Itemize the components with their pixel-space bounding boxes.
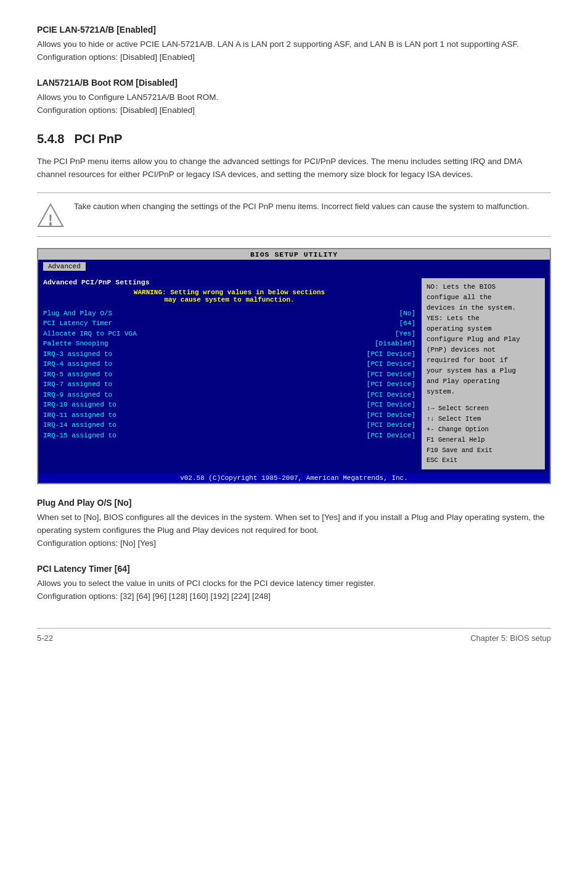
bios-row: IRQ-4 assigned to[PCI Device] bbox=[43, 359, 415, 369]
intro-text: The PCI PnP menu items allow you to chan… bbox=[37, 155, 551, 181]
bios-row: IRQ-15 assigned to[PCI Device] bbox=[43, 431, 415, 441]
bios-row-label: Allocate IRQ to PCI VGA bbox=[43, 329, 137, 339]
bios-hints: ↕→ Select Screen↑↓ Select Item+- Change … bbox=[427, 403, 540, 466]
bios-hint-row: ESC Exit bbox=[427, 455, 540, 466]
pcie-lan-section: PCIE LAN-5721A/B [Enabled] Allows you to… bbox=[37, 25, 551, 64]
pcie-lan-heading: PCIE LAN-5721A/B [Enabled] bbox=[37, 25, 551, 35]
bios-row: IRQ-3 assigned to[PCI Device] bbox=[43, 349, 415, 360]
bios-right-line: required for boot if bbox=[427, 355, 540, 366]
bios-row: Plug And Play O/S[No] bbox=[43, 308, 415, 319]
bios-row-label: IRQ-10 assigned to bbox=[43, 400, 116, 410]
bios-row: IRQ-10 assigned to[PCI Device] bbox=[43, 400, 415, 410]
page-footer: 5-22 Chapter 5: BIOS setup bbox=[37, 628, 551, 643]
bios-warning: WARNING: Setting wrong values in below s… bbox=[43, 289, 415, 303]
bios-left-panel: Advanced PCI/PnP Settings WARNING: Setti… bbox=[43, 278, 422, 469]
bios-row-label: IRQ-15 assigned to bbox=[43, 431, 116, 441]
bios-row-label: IRQ-3 assigned to bbox=[43, 349, 112, 360]
bios-right-line: (PnP) devices not bbox=[427, 345, 540, 355]
bios-hint-row: F1 General Help bbox=[427, 435, 540, 445]
svg-point-2 bbox=[49, 223, 52, 226]
bios-row-label: IRQ-5 assigned to bbox=[43, 369, 112, 380]
plug-play-heading: Plug And Play O/S [No] bbox=[37, 498, 551, 508]
warning-icon: ! bbox=[37, 202, 64, 229]
bios-right-line: your system has a Plug bbox=[427, 366, 540, 376]
bios-hint-row: F10 Save and Exit bbox=[427, 445, 540, 456]
bios-row-label: IRQ-7 assigned to bbox=[43, 379, 112, 390]
bios-row-value: [Yes] bbox=[395, 329, 415, 339]
bios-rows: Plug And Play O/S[No]PCI Latency Timer[6… bbox=[43, 308, 415, 441]
bios-row: IRQ-7 assigned to[PCI Device] bbox=[43, 379, 415, 390]
bios-row-value: [PCI Device] bbox=[367, 431, 415, 441]
bios-hint-row: ↑↓ Select Item bbox=[427, 414, 540, 424]
bios-row-label: IRQ-4 assigned to bbox=[43, 359, 112, 369]
bios-row-value: [64] bbox=[399, 318, 415, 329]
bios-row-value: [No] bbox=[399, 308, 415, 319]
bios-row-value: [PCI Device] bbox=[367, 379, 415, 390]
plug-play-body: When set to [No], BIOS configures all th… bbox=[37, 511, 551, 550]
section-title: PCI PnP bbox=[74, 132, 122, 146]
bios-right-line: NO: Lets the BIOS bbox=[427, 282, 540, 292]
sub-sections: Plug And Play O/S [No] When set to [No],… bbox=[37, 498, 551, 603]
lan-boot-rom-body: Allows you to Configure LAN5721A/B Boot … bbox=[37, 91, 551, 117]
pci-latency-heading: PCI Latency Timer [64] bbox=[37, 564, 551, 574]
lan-boot-rom-section: LAN5721A/B Boot ROM [Disabled] Allows yo… bbox=[37, 78, 551, 117]
pcie-lan-body: Allows you to hide or active PCIE LAN-57… bbox=[37, 38, 551, 64]
bios-row: PCI Latency Timer[64] bbox=[43, 318, 415, 329]
footer-right: Chapter 5: BIOS setup bbox=[470, 633, 551, 643]
lan-boot-rom-heading: LAN5721A/B Boot ROM [Disabled] bbox=[37, 78, 551, 88]
main-section-header: 5.4.8PCI PnP bbox=[37, 132, 551, 146]
bios-right-line: YES: Lets the bbox=[427, 313, 540, 324]
bios-tab: Advanced bbox=[43, 262, 86, 271]
bios-row-value: [Disabled] bbox=[375, 339, 415, 349]
bios-right-line: devices in the system. bbox=[427, 303, 540, 313]
pci-latency-section: PCI Latency Timer [64] Allows you to sel… bbox=[37, 564, 551, 603]
bios-hint-row: +- Change Option bbox=[427, 424, 540, 435]
bios-row: Allocate IRQ to PCI VGA[Yes] bbox=[43, 329, 415, 339]
bios-row-value: [PCI Device] bbox=[367, 390, 415, 400]
bios-row-value: [PCI Device] bbox=[367, 369, 415, 380]
bios-row: Palette Snooping[Disabled] bbox=[43, 339, 415, 349]
bios-right-line: configue all the bbox=[427, 292, 540, 303]
bios-title-bar: BIOS SETUP UTILITY bbox=[38, 249, 550, 260]
warning-box: ! Take caution when changing the setting… bbox=[37, 192, 551, 237]
bios-right-line: system. bbox=[427, 387, 540, 397]
footer-left: 5-22 bbox=[37, 633, 53, 643]
bios-row: IRQ-14 assigned to[PCI Device] bbox=[43, 420, 415, 431]
bios-right-line: configure Plug and Play bbox=[427, 334, 540, 345]
bios-row-label: Plug And Play O/S bbox=[43, 308, 112, 319]
bios-row-value: [PCI Device] bbox=[367, 349, 415, 360]
pci-latency-body: Allows you to select the value in units … bbox=[37, 577, 551, 603]
bios-footer: v02.58 (C)Copyright 1985-2007, American … bbox=[38, 473, 550, 483]
bios-right-panel: NO: Lets the BIOSconfigue all thedevices… bbox=[422, 278, 545, 469]
plug-play-section: Plug And Play O/S [No] When set to [No],… bbox=[37, 498, 551, 550]
bios-row: IRQ-9 assigned to[PCI Device] bbox=[43, 390, 415, 400]
bios-row: IRQ-5 assigned to[PCI Device] bbox=[43, 369, 415, 380]
bios-row-value: [PCI Device] bbox=[367, 359, 415, 369]
bios-row-label: IRQ-11 assigned to bbox=[43, 410, 116, 421]
top-sections: PCIE LAN-5721A/B [Enabled] Allows you to… bbox=[37, 25, 551, 117]
section-number: 5.4.8 bbox=[37, 132, 64, 146]
bios-right-line: operating system bbox=[427, 324, 540, 334]
bios-right-text: NO: Lets the BIOSconfigue all thedevices… bbox=[427, 282, 540, 398]
bios-hint-row: ↕→ Select Screen bbox=[427, 403, 540, 414]
bios-row-label: PCI Latency Timer bbox=[43, 318, 112, 329]
bios-row-value: [PCI Device] bbox=[367, 410, 415, 421]
bios-row-label: Palette Snooping bbox=[43, 339, 108, 349]
bios-screen: BIOS SETUP UTILITY Advanced Advanced PCI… bbox=[37, 248, 551, 484]
bios-row: IRQ-11 assigned to[PCI Device] bbox=[43, 410, 415, 421]
warning-text: Take caution when changing the settings … bbox=[74, 200, 529, 213]
bios-row-value: [PCI Device] bbox=[367, 400, 415, 410]
bios-row-label: IRQ-9 assigned to bbox=[43, 390, 112, 400]
bios-row-value: [PCI Device] bbox=[367, 420, 415, 431]
bios-right-line: and Play operating bbox=[427, 376, 540, 387]
bios-body: Advanced PCI/PnP Settings WARNING: Setti… bbox=[38, 274, 550, 473]
bios-section-title: Advanced PCI/PnP Settings bbox=[43, 278, 415, 286]
bios-row-label: IRQ-14 assigned to bbox=[43, 420, 116, 431]
